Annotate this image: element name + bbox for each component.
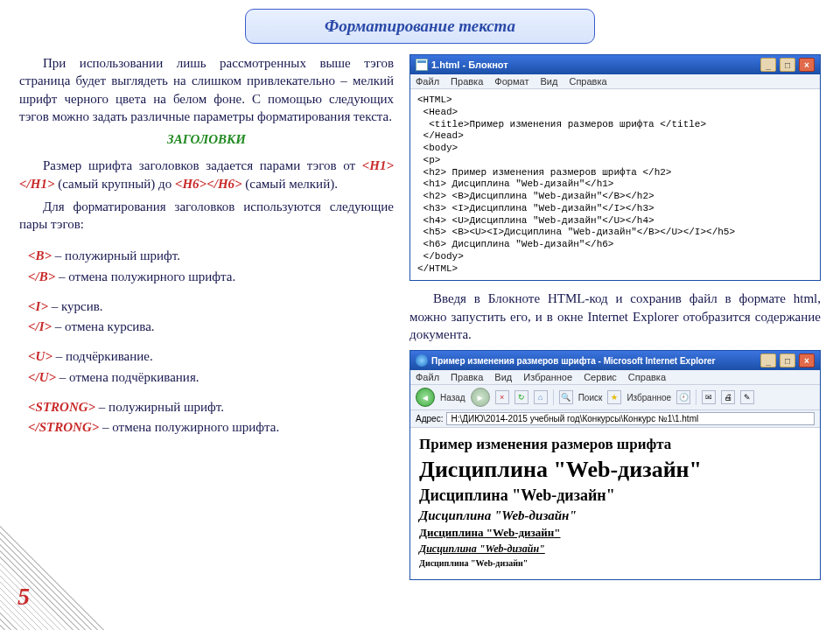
notepad-body[interactable]: <HTML> <Head> <title>Пример изменения ра… — [410, 89, 820, 280]
menu-help[interactable]: Справка — [569, 76, 606, 87]
address-input[interactable] — [446, 412, 815, 425]
menu-file[interactable]: Файл — [416, 372, 439, 382]
headers-para: Размер шрифта заголовков задается парами… — [19, 157, 394, 192]
menu-view[interactable]: Вид — [494, 372, 512, 382]
close-button[interactable]: × — [799, 354, 815, 368]
notepad-titlebar[interactable]: 1.html - Блокнот _ □ × — [410, 55, 820, 74]
desc: – подчёркивание. — [52, 349, 153, 363]
print-icon[interactable]: 🖨 — [721, 390, 735, 404]
text: (самый крупный) до — [54, 177, 174, 191]
tag-i-close: </I> — [28, 319, 52, 333]
text: (самый мелкий). — [242, 177, 338, 191]
favorites-icon[interactable]: ★ — [607, 390, 621, 404]
tag-strong-close: </STRONG> — [28, 420, 99, 434]
search-icon[interactable]: 🔍 — [559, 390, 573, 404]
stop-icon[interactable]: × — [495, 390, 509, 404]
minimize-button[interactable]: _ — [760, 58, 776, 72]
notepad-menubar[interactable]: Файл Правка Формат Вид Справка — [410, 74, 820, 89]
tag-strong-open: <STRONG> — [28, 400, 95, 414]
intro-paragraph: При использовании лишь рассмотренных выш… — [19, 54, 394, 125]
menu-file[interactable]: Файл — [416, 76, 439, 87]
close-button[interactable]: × — [799, 58, 815, 72]
ie-titlebar[interactable]: Пример изменения размеров шрифта - Micro… — [410, 351, 820, 370]
home-icon[interactable]: ⌂ — [534, 390, 548, 404]
back-label[interactable]: Назад — [440, 393, 466, 402]
desc: – полужирный шрифт. — [95, 400, 224, 414]
rendered-h3-italic: Дисциплина "Web-дизайн" — [419, 508, 811, 523]
rendered-h2-bold: Дисциплина "Web-дизайн" — [419, 486, 811, 505]
menu-edit[interactable]: Правка — [451, 372, 483, 382]
ie-title: Пример изменения размеров шрифта - Micro… — [431, 356, 716, 366]
menu-fav[interactable]: Избранное — [523, 372, 572, 382]
tag-list: <B> – полужирный шрифт. </B> – отмена по… — [28, 247, 394, 436]
desc: – отмена полужирного шрифта. — [99, 420, 279, 434]
ie-window: Пример изменения размеров шрифта - Micro… — [410, 350, 821, 580]
fav-label[interactable]: Избранное — [626, 393, 671, 402]
menu-format[interactable]: Формат — [494, 76, 528, 87]
text: Размер шрифта заголовков задается парами… — [43, 158, 362, 172]
maximize-button[interactable]: □ — [780, 58, 795, 72]
page-number: 5 — [18, 583, 30, 611]
format-para: Для форматирования заголовков используют… — [19, 198, 394, 234]
tag-u-open: <U> — [28, 349, 52, 363]
rendered-h6: Дисциплина "Web-дизайн" — [419, 558, 811, 568]
ie-icon — [416, 354, 428, 367]
history-icon[interactable]: 🕘 — [676, 390, 690, 404]
ie-menubar[interactable]: Файл Правка Вид Избранное Сервис Справка — [410, 370, 820, 385]
notepad-title: 1.html - Блокнот — [431, 60, 508, 70]
desc: – отмена подчёркивания. — [56, 370, 199, 384]
desc: – отмена курсива. — [52, 319, 155, 333]
tag-b-open: <B> — [28, 248, 52, 262]
rendered-h2-title: Пример изменения размеров шрифта — [419, 436, 811, 453]
right-paragraph: Введя в Блокноте HTML-код и сохранив фай… — [410, 290, 821, 343]
rendered-h1: Дисциплина "Web-дизайн" — [419, 457, 811, 483]
menu-edit[interactable]: Правка — [451, 76, 483, 87]
refresh-icon[interactable]: ↻ — [514, 390, 528, 404]
addr-label: Адрес: — [416, 414, 443, 424]
menu-view[interactable]: Вид — [540, 76, 557, 87]
desc: – полужирный шрифт. — [52, 248, 180, 262]
rendered-h4-underline: Дисциплина "Web-дизайн" — [419, 526, 811, 540]
desc: – курсив. — [48, 299, 103, 313]
maximize-button[interactable]: □ — [780, 354, 795, 368]
ie-toolbar: ◄ Назад ► × ↻ ⌂ 🔍 Поиск ★ Избранное 🕘 ✉ … — [410, 385, 820, 410]
page-title: Форматирование текста — [245, 9, 595, 44]
back-button[interactable]: ◄ — [416, 388, 435, 407]
notepad-window: 1.html - Блокнот _ □ × Файл Правка Форма… — [410, 54, 821, 281]
minimize-button[interactable]: _ — [760, 354, 776, 368]
left-column: При использовании лишь рассмотренных выш… — [19, 54, 394, 589]
mail-icon[interactable]: ✉ — [702, 390, 716, 404]
rendered-h5-biu: Дисциплина "Web-дизайн" — [419, 542, 811, 556]
tag-i-open: <I> — [28, 299, 48, 313]
menu-tools[interactable]: Сервис — [584, 372, 617, 382]
section-heading: ЗАГОЛОВКИ — [19, 130, 394, 148]
tag-b-close: </B> — [28, 270, 55, 284]
notepad-icon — [416, 59, 428, 71]
tag-u-close: </U> — [28, 370, 56, 384]
right-column: 1.html - Блокнот _ □ × Файл Правка Форма… — [410, 54, 821, 589]
forward-button[interactable]: ► — [471, 388, 490, 407]
desc: – отмена полужирного шрифта. — [55, 270, 235, 284]
search-label[interactable]: Поиск — [578, 393, 603, 402]
ie-addressbar: Адрес: — [410, 410, 820, 428]
menu-help[interactable]: Справка — [628, 372, 666, 382]
tag-h6: <H6></H6> — [175, 177, 242, 191]
edit-icon[interactable]: ✎ — [740, 390, 754, 404]
ie-body: Пример изменения размеров шрифта Дисципл… — [410, 428, 820, 579]
